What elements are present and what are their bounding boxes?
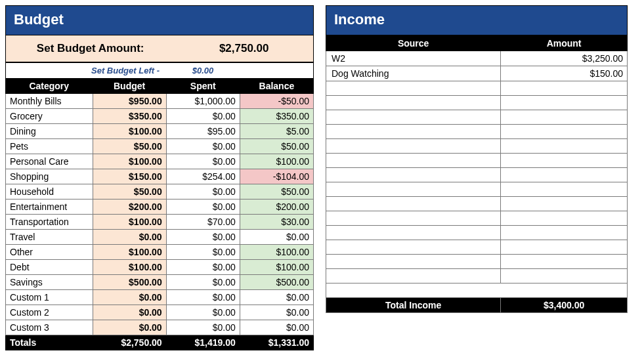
- cell-spent[interactable]: $0.00: [166, 245, 240, 260]
- cell-budget[interactable]: $500.00: [93, 275, 166, 290]
- cell-budget[interactable]: $0.00: [93, 230, 166, 245]
- cell-budget[interactable]: $100.00: [93, 154, 166, 169]
- cell-category[interactable]: Debt: [6, 260, 93, 275]
- table-row: [326, 226, 628, 240]
- cell-amount[interactable]: [501, 211, 628, 226]
- cell-category[interactable]: Other: [6, 245, 93, 260]
- cell-spent[interactable]: $1,000.00: [166, 94, 240, 109]
- cell-balance[interactable]: $0.00: [240, 290, 313, 305]
- cell-source[interactable]: [326, 168, 501, 182]
- cell-category[interactable]: Dining: [6, 124, 93, 139]
- cell-amount[interactable]: [501, 197, 628, 211]
- cell-budget[interactable]: $350.00: [93, 109, 166, 124]
- cell-spent[interactable]: $0.00: [166, 109, 240, 124]
- cell-budget[interactable]: $100.00: [93, 260, 166, 275]
- cell-balance[interactable]: -$104.00: [240, 169, 313, 184]
- cell-spent[interactable]: $70.00: [166, 215, 240, 230]
- cell-category[interactable]: Transportation: [6, 215, 93, 230]
- cell-budget[interactable]: $50.00: [93, 184, 166, 200]
- cell-source[interactable]: [326, 110, 501, 125]
- cell-category[interactable]: Travel: [6, 230, 93, 245]
- cell-balance[interactable]: $500.00: [240, 275, 313, 290]
- cell-budget[interactable]: $0.00: [93, 320, 166, 335]
- cell-source[interactable]: [326, 182, 501, 197]
- cell-amount[interactable]: $150.00: [501, 66, 628, 81]
- cell-budget[interactable]: $0.00: [93, 290, 166, 305]
- cell-balance[interactable]: -$50.00: [240, 94, 313, 109]
- cell-spent[interactable]: $254.00: [166, 169, 240, 184]
- cell-amount[interactable]: [501, 255, 628, 269]
- cell-category[interactable]: Savings: [6, 275, 93, 290]
- cell-amount[interactable]: [501, 81, 628, 96]
- cell-amount[interactable]: [501, 182, 628, 197]
- cell-source[interactable]: [326, 255, 501, 269]
- set-budget-amount[interactable]: $2,750.00: [175, 35, 313, 62]
- cell-source[interactable]: Dog Watching: [326, 66, 501, 81]
- cell-source[interactable]: W2: [326, 51, 501, 66]
- cell-balance[interactable]: $30.00: [240, 215, 313, 230]
- cell-spent[interactable]: $0.00: [166, 275, 240, 290]
- cell-balance[interactable]: $0.00: [240, 230, 313, 245]
- totals-spent: $1,419.00: [166, 335, 240, 350]
- cell-category[interactable]: Custom 1: [6, 290, 93, 305]
- cell-budget[interactable]: $100.00: [93, 245, 166, 260]
- cell-amount[interactable]: [501, 269, 628, 284]
- cell-spent[interactable]: $0.00: [166, 290, 240, 305]
- cell-amount[interactable]: [501, 226, 628, 240]
- cell-balance[interactable]: $350.00: [240, 109, 313, 124]
- cell-spent[interactable]: $0.00: [166, 230, 240, 245]
- cell-category[interactable]: Household: [6, 184, 93, 200]
- cell-amount[interactable]: [501, 139, 628, 154]
- cell-budget[interactable]: $0.00: [93, 305, 166, 320]
- cell-balance[interactable]: $0.00: [240, 320, 313, 335]
- cell-spent[interactable]: $0.00: [166, 154, 240, 169]
- cell-spent[interactable]: $95.00: [166, 124, 240, 139]
- cell-budget[interactable]: $50.00: [93, 139, 166, 154]
- cell-amount[interactable]: [501, 168, 628, 182]
- cell-category[interactable]: Grocery: [6, 109, 93, 124]
- cell-spent[interactable]: $0.00: [166, 200, 240, 215]
- cell-budget[interactable]: $100.00: [93, 124, 166, 139]
- cell-balance[interactable]: $50.00: [240, 184, 313, 200]
- cell-balance[interactable]: $100.00: [240, 245, 313, 260]
- cell-balance[interactable]: $5.00: [240, 124, 313, 139]
- cell-amount[interactable]: [501, 154, 628, 168]
- cell-amount[interactable]: [501, 240, 628, 255]
- cell-source[interactable]: [326, 211, 501, 226]
- cell-balance[interactable]: $100.00: [240, 260, 313, 275]
- cell-balance[interactable]: $200.00: [240, 200, 313, 215]
- cell-category[interactable]: Pets: [6, 139, 93, 154]
- cell-source[interactable]: [326, 139, 501, 154]
- cell-category[interactable]: Custom 2: [6, 305, 93, 320]
- cell-category[interactable]: Entertainment: [6, 200, 93, 215]
- cell-source[interactable]: [326, 125, 501, 139]
- cell-category[interactable]: Shopping: [6, 169, 93, 184]
- cell-budget[interactable]: $100.00: [93, 215, 166, 230]
- cell-category[interactable]: Personal Care: [6, 154, 93, 169]
- cell-spent[interactable]: $0.00: [166, 305, 240, 320]
- cell-amount[interactable]: [501, 125, 628, 139]
- cell-spent[interactable]: $0.00: [166, 139, 240, 154]
- cell-source[interactable]: [326, 197, 501, 211]
- cell-balance[interactable]: $50.00: [240, 139, 313, 154]
- cell-spent[interactable]: $0.00: [166, 184, 240, 200]
- cell-source[interactable]: [326, 226, 501, 240]
- cell-spent[interactable]: $0.00: [166, 320, 240, 335]
- cell-category[interactable]: Custom 3: [6, 320, 93, 335]
- cell-source[interactable]: [326, 240, 501, 255]
- cell-budget[interactable]: $950.00: [93, 94, 166, 109]
- cell-spent[interactable]: $0.00: [166, 260, 240, 275]
- cell-source[interactable]: [326, 154, 501, 168]
- cell-balance[interactable]: $0.00: [240, 305, 313, 320]
- income-table: Source Amount W2$3,250.00Dog Watching$15…: [326, 35, 628, 313]
- cell-budget[interactable]: $200.00: [93, 200, 166, 215]
- cell-amount[interactable]: [501, 110, 628, 125]
- cell-source[interactable]: [326, 269, 501, 284]
- cell-budget[interactable]: $150.00: [93, 169, 166, 184]
- cell-category[interactable]: Monthly Bills: [6, 94, 93, 109]
- cell-amount[interactable]: [501, 96, 628, 110]
- cell-source[interactable]: [326, 96, 501, 110]
- cell-amount[interactable]: $3,250.00: [501, 51, 628, 66]
- cell-source[interactable]: [326, 81, 501, 96]
- cell-balance[interactable]: $100.00: [240, 154, 313, 169]
